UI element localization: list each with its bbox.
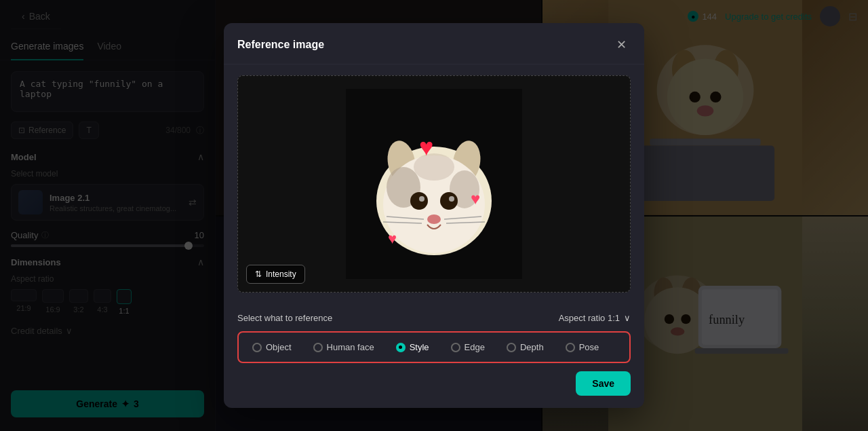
ref-option-pose[interactable]: Pose bbox=[557, 338, 608, 356]
modal-close-button[interactable]: ✕ bbox=[612, 35, 631, 54]
modal-overlay: Reference image ✕ bbox=[0, 0, 868, 431]
ref-option-depth[interactable]: Depth bbox=[498, 338, 552, 356]
reference-image-modal: Reference image ✕ bbox=[224, 23, 644, 408]
modal-bottom: Select what to reference Aspect ratio 1:… bbox=[224, 303, 644, 408]
svg-text:♥: ♥ bbox=[419, 133, 433, 161]
save-button[interactable]: Save bbox=[576, 371, 631, 396]
radio-edge bbox=[451, 343, 460, 352]
ref-option-human-face[interactable]: Human face bbox=[305, 338, 382, 356]
svg-text:♥: ♥ bbox=[388, 230, 397, 247]
modal-title: Reference image bbox=[237, 39, 324, 51]
radio-pose bbox=[566, 343, 575, 352]
modal-header: Reference image ✕ bbox=[224, 23, 644, 64]
intensity-button[interactable]: ⇅ Intensity bbox=[246, 265, 305, 284]
ref-option-pose-label: Pose bbox=[579, 342, 599, 352]
ref-option-style[interactable]: Style bbox=[388, 338, 437, 356]
ref-option-style-label: Style bbox=[410, 342, 429, 352]
radio-object bbox=[252, 343, 262, 352]
cat-image: ♥ ♥ ♥ bbox=[346, 89, 522, 279]
modal-body: ♥ ♥ ♥ ⇅ Intensity bbox=[224, 64, 644, 303]
svg-text:♥: ♥ bbox=[471, 189, 480, 208]
radio-style bbox=[396, 343, 406, 352]
svg-point-32 bbox=[419, 196, 425, 202]
radio-human-face bbox=[313, 343, 323, 352]
ref-option-human-face-label: Human face bbox=[327, 342, 374, 352]
svg-point-31 bbox=[440, 192, 458, 210]
aspect-ratio-selector[interactable]: Aspect ratio 1:1 ∨ bbox=[559, 313, 631, 323]
reference-options: Object Human face Style Edge bbox=[237, 331, 631, 363]
radio-depth bbox=[507, 343, 516, 352]
aspect-ratio-label: Aspect ratio 1:1 bbox=[559, 313, 620, 323]
select-reference-label: Select what to reference bbox=[237, 313, 332, 323]
ref-option-object[interactable]: Object bbox=[244, 338, 300, 356]
sliders-icon: ⇅ bbox=[255, 269, 262, 279]
svg-point-30 bbox=[410, 192, 428, 210]
ref-option-edge[interactable]: Edge bbox=[443, 338, 493, 356]
ref-option-depth-label: Depth bbox=[520, 342, 544, 352]
svg-point-33 bbox=[449, 196, 454, 202]
modal-image-container: ♥ ♥ ♥ ⇅ Intensity bbox=[237, 75, 631, 293]
chevron-down-icon: ∨ bbox=[624, 313, 631, 323]
ref-option-object-label: Object bbox=[266, 342, 292, 352]
svg-point-34 bbox=[427, 214, 441, 224]
ref-option-edge-label: Edge bbox=[465, 342, 485, 352]
intensity-label: Intensity bbox=[266, 269, 296, 279]
reference-row: Select what to reference Aspect ratio 1:… bbox=[237, 313, 631, 323]
